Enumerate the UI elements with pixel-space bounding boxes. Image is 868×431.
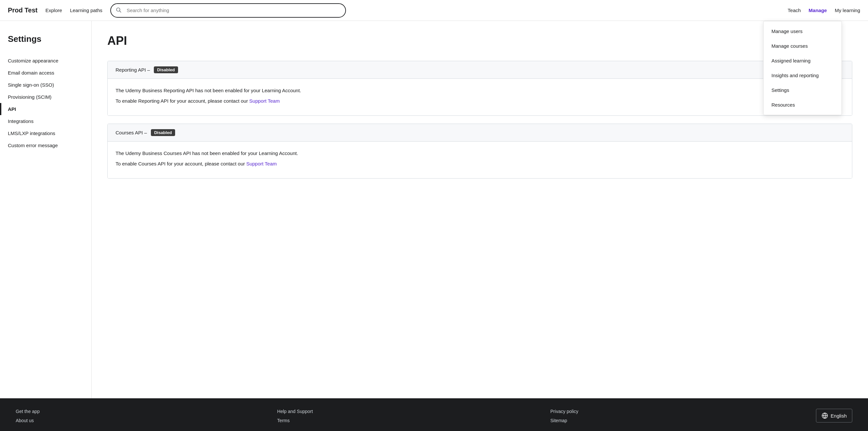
- reporting-api-card: Reporting API – Disabled The Udemy Busin…: [107, 61, 852, 116]
- footer-col-2: Help and Support Terms: [277, 409, 313, 423]
- sidebar-item-lms-lxp[interactable]: LMS/LXP integrations: [8, 127, 84, 139]
- reporting-api-text1: The Udemy Business Reporting API has not…: [116, 87, 844, 95]
- footer-col-3: Privacy policy Sitemap: [551, 409, 579, 423]
- globe-icon: [822, 412, 828, 419]
- dropdown-item-resources[interactable]: Resources: [764, 97, 841, 112]
- language-selector[interactable]: English: [816, 409, 852, 423]
- reporting-api-contact-prefix: To enable Reporting API for your account…: [116, 98, 249, 104]
- reporting-api-badge: Disabled: [154, 66, 178, 73]
- sidebar-item-custom-error[interactable]: Custom error message: [8, 139, 84, 152]
- sidebar-item-customize-appearance[interactable]: Customize appearance: [8, 55, 84, 67]
- search-input[interactable]: [110, 3, 346, 18]
- search-icon: [116, 7, 121, 14]
- footer-link-get-app[interactable]: Get the app: [16, 409, 40, 414]
- reporting-api-text2: To enable Reporting API for your account…: [116, 97, 844, 105]
- manage-dropdown: Manage users Manage courses Assigned lea…: [763, 21, 842, 115]
- page-layout: Settings Customize appearance Email doma…: [0, 21, 868, 398]
- page-title: API: [107, 34, 852, 48]
- sidebar-title: Settings: [8, 34, 84, 44]
- footer-link-help[interactable]: Help and Support: [277, 409, 313, 414]
- sidebar-item-api[interactable]: API: [8, 103, 84, 115]
- courses-api-text1: The Udemy Business Courses API has not b…: [116, 150, 844, 157]
- main-nav: Explore Learning paths: [45, 7, 102, 13]
- header-right: Teach Manage My learning: [788, 7, 860, 13]
- courses-api-card: Courses API – Disabled The Udemy Busines…: [107, 124, 852, 178]
- sidebar: Settings Customize appearance Email doma…: [0, 21, 92, 398]
- footer-col-1: Get the app About us: [16, 409, 40, 423]
- nav-explore[interactable]: Explore: [45, 7, 62, 13]
- dropdown-item-settings[interactable]: Settings: [764, 83, 841, 97]
- reporting-api-header: Reporting API – Disabled: [108, 61, 852, 79]
- language-label: English: [831, 413, 847, 419]
- sidebar-item-email-domain[interactable]: Email domain access: [8, 67, 84, 79]
- footer-content: Get the app About us Help and Support Te…: [16, 409, 852, 423]
- courses-api-contact-prefix: To enable Courses API for your account, …: [116, 161, 246, 166]
- footer-link-sitemap[interactable]: Sitemap: [551, 418, 579, 423]
- reporting-api-label: Reporting API –: [116, 67, 150, 73]
- dropdown-item-manage-users[interactable]: Manage users: [764, 24, 841, 39]
- nav-manage[interactable]: Manage: [809, 7, 827, 13]
- nav-my-learning[interactable]: My learning: [835, 7, 860, 13]
- sidebar-item-scim[interactable]: Provisioning (SCIM): [8, 91, 84, 103]
- main-content: API Reporting API – Disabled The Udemy B…: [92, 21, 868, 398]
- nav-learning-paths[interactable]: Learning paths: [70, 7, 102, 13]
- footer-link-terms[interactable]: Terms: [277, 418, 313, 423]
- dropdown-item-insights[interactable]: Insights and reporting: [764, 68, 841, 83]
- courses-api-text2: To enable Courses API for your account, …: [116, 160, 844, 168]
- courses-api-header: Courses API – Disabled: [108, 124, 852, 142]
- sidebar-item-sso[interactable]: Single sign-on (SSO): [8, 79, 84, 91]
- nav-teach[interactable]: Teach: [788, 7, 801, 13]
- courses-api-badge: Disabled: [151, 129, 175, 136]
- footer-link-about-us[interactable]: About us: [16, 418, 40, 423]
- courses-api-body: The Udemy Business Courses API has not b…: [108, 142, 852, 178]
- header: Prod Test Explore Learning paths Teach M…: [0, 0, 868, 21]
- dropdown-item-manage-courses[interactable]: Manage courses: [764, 39, 841, 53]
- search-container: [110, 3, 346, 18]
- footer: Get the app About us Help and Support Te…: [0, 398, 868, 431]
- courses-api-support-link[interactable]: Support Team: [246, 161, 277, 166]
- courses-api-label: Courses API –: [116, 130, 147, 135]
- reporting-api-support-link[interactable]: Support Team: [249, 98, 280, 104]
- footer-link-privacy[interactable]: Privacy policy: [551, 409, 579, 414]
- svg-line-1: [120, 11, 121, 12]
- sidebar-item-integrations[interactable]: Integrations: [8, 115, 84, 127]
- logo[interactable]: Prod Test: [8, 6, 38, 14]
- dropdown-item-assigned-learning[interactable]: Assigned learning: [764, 53, 841, 68]
- reporting-api-body: The Udemy Business Reporting API has not…: [108, 79, 852, 115]
